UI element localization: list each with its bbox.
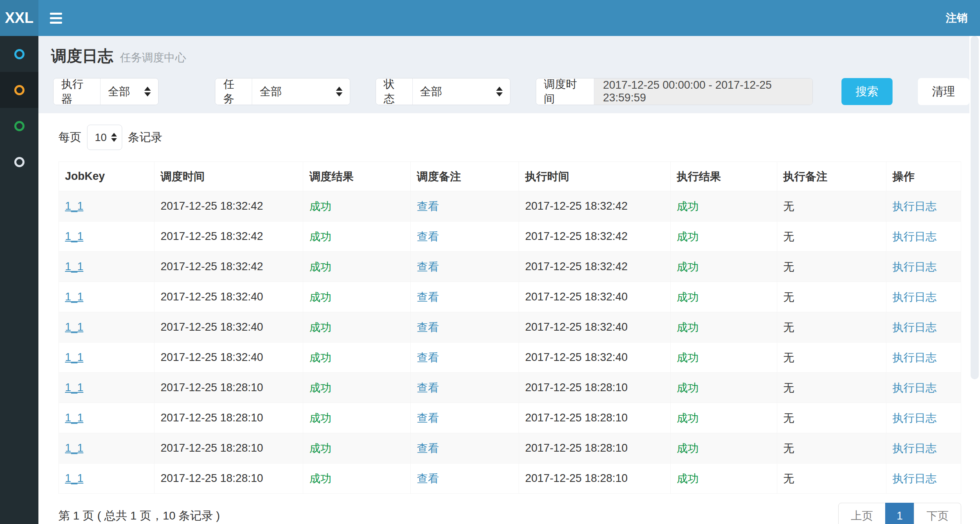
trigger-msg-link[interactable]: 查看: [417, 472, 439, 485]
table-row: 1_12017-12-25 18:32:40成功查看2017-12-25 18:…: [59, 312, 961, 343]
log-panel: 每页 10 条记录 JobKey调度时间调度结果调度备注执行时间执行结果执行备注…: [38, 113, 969, 524]
exec-log-link[interactable]: 执行日志: [893, 261, 937, 273]
jobkey-link[interactable]: 1_1: [65, 200, 83, 212]
handle-result-cell: 成功: [677, 231, 699, 243]
status-filter-select[interactable]: 全部: [413, 78, 510, 105]
trigger-result-cell: 成功: [309, 382, 331, 394]
sidebar-item-2[interactable]: [0, 72, 38, 108]
trigger-time-cell: 2017-12-25 18:32:42: [161, 200, 263, 212]
trigger-msg-link[interactable]: 查看: [417, 200, 439, 213]
table-row: 1_12017-12-25 18:28:10成功查看2017-12-25 18:…: [59, 464, 961, 494]
trigger-time-filter-group: 调度时间 2017-12-25 00:00:00 - 2017-12-25 23…: [536, 78, 813, 105]
trigger-result-cell: 成功: [309, 352, 331, 364]
prev-page-button[interactable]: 上页: [838, 503, 886, 524]
trigger-msg-link[interactable]: 查看: [417, 442, 439, 455]
jobkey-link[interactable]: 1_1: [65, 381, 83, 394]
scrollbar-track[interactable]: [969, 36, 980, 524]
jobkey-link[interactable]: 1_1: [65, 230, 83, 242]
column-header: 执行结果: [671, 162, 777, 191]
navbar-main: 注销: [38, 0, 980, 36]
scrollbar-thumb[interactable]: [971, 36, 979, 379]
exec-log-link[interactable]: 执行日志: [893, 442, 937, 455]
circle-icon-orange: [14, 85, 25, 95]
trigger-msg-link[interactable]: 查看: [417, 261, 439, 273]
jobkey-link[interactable]: 1_1: [65, 291, 83, 303]
column-header: 执行时间: [519, 162, 671, 191]
job-filter-label: 任务: [215, 78, 252, 105]
exec-log-link[interactable]: 执行日志: [893, 291, 937, 303]
exec-log-link[interactable]: 执行日志: [893, 352, 937, 364]
column-header: 调度结果: [303, 162, 411, 191]
app-logo[interactable]: XXL: [0, 0, 38, 36]
jobkey-link[interactable]: 1_1: [65, 442, 83, 454]
trigger-time-cell: 2017-12-25 18:28:10: [161, 412, 263, 424]
handle-msg-cell: 无: [783, 442, 794, 455]
handle-msg-cell: 无: [783, 472, 794, 485]
exec-log-link[interactable]: 执行日志: [893, 472, 937, 485]
trigger-result-cell: 成功: [309, 291, 331, 303]
handle-time-cell: 2017-12-25 18:28:10: [525, 381, 628, 394]
executor-filter-group: 执行器 全部: [53, 78, 159, 105]
trigger-msg-link[interactable]: 查看: [417, 412, 439, 424]
page-size-prefix: 每页: [58, 130, 81, 145]
jobkey-link[interactable]: 1_1: [65, 321, 83, 333]
jobkey-link[interactable]: 1_1: [65, 412, 83, 424]
exec-log-link[interactable]: 执行日志: [893, 412, 937, 424]
handle-time-cell: 2017-12-25 18:28:10: [525, 472, 628, 484]
handle-msg-cell: 无: [783, 291, 794, 303]
pagination: 上页 1 下页: [838, 503, 961, 524]
handle-msg-cell: 无: [783, 412, 794, 424]
main-content: 调度日志 任务调度中心 执行器 全部 任务 全部 状态: [38, 36, 980, 524]
exec-log-link[interactable]: 执行日志: [893, 231, 937, 243]
circle-icon-white: [14, 157, 25, 167]
trigger-msg-link[interactable]: 查看: [417, 291, 439, 303]
next-page-button[interactable]: 下页: [914, 503, 961, 524]
sidebar-item-4[interactable]: [0, 144, 38, 180]
trigger-msg-link[interactable]: 查看: [417, 352, 439, 364]
handle-result-cell: 成功: [677, 200, 699, 213]
exec-log-link[interactable]: 执行日志: [893, 321, 937, 334]
handle-time-cell: 2017-12-25 18:32:42: [525, 230, 628, 242]
sidebar-item-3[interactable]: [0, 108, 38, 144]
page-size-select[interactable]: 10: [87, 125, 122, 150]
select-arrows-icon: [336, 87, 342, 96]
column-header: 调度备注: [411, 162, 519, 191]
jobkey-link[interactable]: 1_1: [65, 351, 83, 363]
exec-log-link[interactable]: 执行日志: [893, 382, 937, 394]
table-header-row: JobKey调度时间调度结果调度备注执行时间执行结果执行备注操作: [59, 162, 961, 191]
page-title: 调度日志: [51, 47, 113, 65]
table-footer: 第 1 页 ( 总共 1 页，10 条记录 ) 上页 1 下页: [58, 503, 961, 524]
trigger-msg-link[interactable]: 查看: [417, 231, 439, 243]
executor-filter-select[interactable]: 全部: [101, 78, 158, 105]
handle-result-cell: 成功: [677, 291, 699, 303]
handle-result-cell: 成功: [677, 321, 699, 334]
status-filter-group: 状态 全部: [376, 78, 510, 105]
column-header: 执行备注: [777, 162, 886, 191]
handle-msg-cell: 无: [783, 261, 794, 273]
table-row: 1_12017-12-25 18:32:42成功查看2017-12-25 18:…: [59, 191, 961, 222]
handle-msg-cell: 无: [783, 352, 794, 364]
exec-log-link[interactable]: 执行日志: [893, 200, 937, 213]
handle-msg-cell: 无: [783, 382, 794, 394]
current-page-button[interactable]: 1: [885, 503, 914, 524]
table-row: 1_12017-12-25 18:32:42成功查看2017-12-25 18:…: [59, 222, 961, 252]
search-button[interactable]: 搜索: [841, 78, 892, 105]
table-row: 1_12017-12-25 18:28:10成功查看2017-12-25 18:…: [59, 403, 961, 433]
trigger-result-cell: 成功: [309, 442, 331, 455]
trigger-time-range-input[interactable]: 2017-12-25 00:00:00 - 2017-12-25 23:59:5…: [594, 78, 813, 105]
jobkey-link[interactable]: 1_1: [65, 260, 83, 273]
handle-msg-cell: 无: [783, 321, 794, 334]
sidebar-item-1[interactable]: [0, 36, 38, 72]
trigger-msg-link[interactable]: 查看: [417, 382, 439, 394]
handle-time-cell: 2017-12-25 18:32:40: [525, 321, 628, 333]
trigger-result-cell: 成功: [309, 231, 331, 243]
trigger-msg-link[interactable]: 查看: [417, 321, 439, 334]
trigger-time-cell: 2017-12-25 18:28:10: [161, 442, 263, 454]
logout-link[interactable]: 注销: [946, 11, 968, 25]
jobkey-link[interactable]: 1_1: [65, 472, 83, 484]
sidebar-toggle-icon[interactable]: [50, 13, 62, 24]
clear-button[interactable]: 清理: [918, 78, 969, 105]
executor-filter-label: 执行器: [54, 78, 101, 105]
table-row: 1_12017-12-25 18:28:10成功查看2017-12-25 18:…: [59, 433, 961, 464]
job-filter-select[interactable]: 全部: [252, 78, 349, 105]
